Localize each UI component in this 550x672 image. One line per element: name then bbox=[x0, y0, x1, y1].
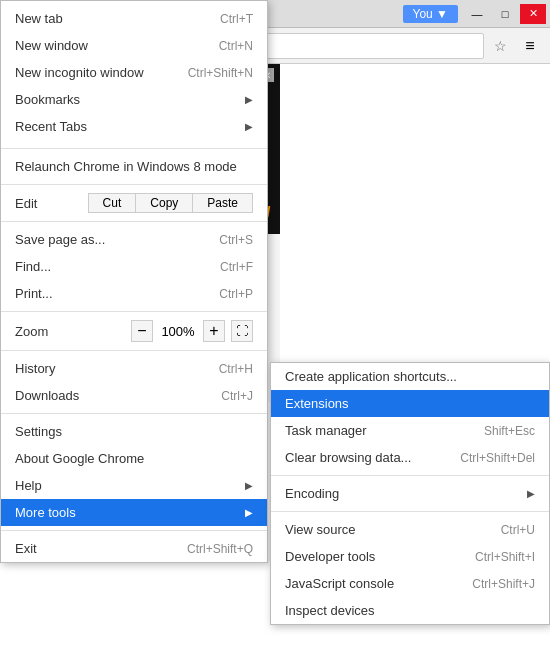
menu-label-new-tab: New tab bbox=[15, 11, 63, 26]
submenu-label-task-manager: Task manager bbox=[285, 423, 367, 438]
submenu-label-js-console: JavaScript console bbox=[285, 576, 394, 591]
menu-item-recent-tabs[interactable]: Recent Tabs ▶ bbox=[1, 113, 267, 140]
copy-button[interactable]: Copy bbox=[136, 193, 193, 213]
hamburger-menu-icon[interactable]: ≡ bbox=[516, 32, 544, 60]
menu-label-about: About Google Chrome bbox=[15, 451, 144, 466]
submenu-shortcut-clear-browsing: Ctrl+Shift+Del bbox=[460, 451, 535, 465]
minimize-button[interactable]: — bbox=[464, 4, 490, 24]
menu-item-history[interactable]: History Ctrl+H bbox=[1, 355, 267, 382]
menu-divider-4 bbox=[1, 311, 267, 312]
menu-label-incognito: New incognito window bbox=[15, 65, 144, 80]
menu-divider-3 bbox=[1, 221, 267, 222]
menu-divider-2 bbox=[1, 184, 267, 185]
submenu-shortcut-task-manager: Shift+Esc bbox=[484, 424, 535, 438]
submenu-label-encoding: Encoding bbox=[285, 486, 339, 501]
menu-label-help: Help bbox=[15, 478, 42, 493]
submenu-label-developer-tools: Developer tools bbox=[285, 549, 375, 564]
menu-item-print[interactable]: Print... Ctrl+P bbox=[1, 280, 267, 307]
close-button[interactable]: ✕ bbox=[520, 4, 546, 24]
menu-item-save-page[interactable]: Save page as... Ctrl+S bbox=[1, 226, 267, 253]
submenu-divider-2 bbox=[271, 511, 549, 512]
menu-item-new-tab[interactable]: New tab Ctrl+T bbox=[1, 5, 267, 32]
menu-divider-1 bbox=[1, 148, 267, 149]
menu-item-incognito[interactable]: New incognito window Ctrl+Shift+N bbox=[1, 59, 267, 86]
menu-item-exit[interactable]: Exit Ctrl+Shift+Q bbox=[1, 535, 267, 562]
menu-shortcut-find: Ctrl+F bbox=[220, 260, 253, 274]
edit-row: Edit Cut Copy Paste bbox=[1, 189, 267, 217]
zoom-value: 100% bbox=[159, 324, 197, 339]
menu-shortcut-save: Ctrl+S bbox=[219, 233, 253, 247]
menu-label-history: History bbox=[15, 361, 55, 376]
submenu-label-clear-browsing: Clear browsing data... bbox=[285, 450, 411, 465]
menu-shortcut-exit: Ctrl+Shift+Q bbox=[187, 542, 253, 556]
menu-item-find[interactable]: Find... Ctrl+F bbox=[1, 253, 267, 280]
menu-divider-5 bbox=[1, 350, 267, 351]
you-button[interactable]: You ▼ bbox=[403, 5, 458, 23]
menu-label-settings: Settings bbox=[15, 424, 62, 439]
zoom-in-button[interactable]: + bbox=[203, 320, 225, 342]
menu-shortcut-new-window: Ctrl+N bbox=[219, 39, 253, 53]
zoom-out-button[interactable]: − bbox=[131, 320, 153, 342]
more-tools-arrow-icon: ▶ bbox=[245, 507, 253, 518]
zoom-label: Zoom bbox=[15, 324, 125, 339]
menu-item-bookmarks[interactable]: Bookmarks ▶ bbox=[1, 86, 267, 113]
menu-shortcut-print: Ctrl+P bbox=[219, 287, 253, 301]
encoding-arrow-icon: ▶ bbox=[527, 488, 535, 499]
menu-shortcut-downloads: Ctrl+J bbox=[221, 389, 253, 403]
menu-label-find: Find... bbox=[15, 259, 51, 274]
menu-section-top: New tab Ctrl+T New window Ctrl+N New inc… bbox=[1, 1, 267, 144]
zoom-row: Zoom − 100% + ⛶ bbox=[1, 316, 267, 346]
submenu-label-create-shortcuts: Create application shortcuts... bbox=[285, 369, 457, 384]
menu-label-print: Print... bbox=[15, 286, 53, 301]
menu-label-exit: Exit bbox=[15, 541, 37, 556]
submenu-shortcut-developer-tools: Ctrl+Shift+I bbox=[475, 550, 535, 564]
more-tools-submenu: Create application shortcuts... Extensio… bbox=[270, 362, 550, 625]
menu-shortcut-incognito: Ctrl+Shift+N bbox=[188, 66, 253, 80]
submenu-label-extensions: Extensions bbox=[285, 396, 349, 411]
menu-divider-6 bbox=[1, 413, 267, 414]
menu-item-downloads[interactable]: Downloads Ctrl+J bbox=[1, 382, 267, 409]
titlebar-controls: You ▼ — □ ✕ bbox=[403, 4, 546, 24]
submenu-divider-1 bbox=[271, 475, 549, 476]
star-icon[interactable]: ☆ bbox=[488, 34, 512, 58]
menu-label-relaunch: Relaunch Chrome in Windows 8 mode bbox=[15, 159, 237, 174]
submenu-shortcut-view-source: Ctrl+U bbox=[501, 523, 535, 537]
submenu-item-developer-tools[interactable]: Developer tools Ctrl+Shift+I bbox=[271, 543, 549, 570]
menu-label-recent-tabs: Recent Tabs bbox=[15, 119, 87, 134]
menu-divider-7 bbox=[1, 530, 267, 531]
menu-item-help[interactable]: Help ▶ bbox=[1, 472, 267, 499]
recent-tabs-arrow-icon: ▶ bbox=[245, 121, 253, 132]
paste-button[interactable]: Paste bbox=[193, 193, 253, 213]
cut-button[interactable]: Cut bbox=[88, 193, 137, 213]
main-dropdown-menu: New tab Ctrl+T New window Ctrl+N New inc… bbox=[0, 0, 268, 563]
menu-label-new-window: New window bbox=[15, 38, 88, 53]
submenu-label-inspect-devices: Inspect devices bbox=[285, 603, 375, 618]
submenu-item-js-console[interactable]: JavaScript console Ctrl+Shift+J bbox=[271, 570, 549, 597]
submenu-item-encoding[interactable]: Encoding ▶ bbox=[271, 480, 549, 507]
submenu-shortcut-js-console: Ctrl+Shift+J bbox=[472, 577, 535, 591]
menu-label-more-tools: More tools bbox=[15, 505, 76, 520]
submenu-item-task-manager[interactable]: Task manager Shift+Esc bbox=[271, 417, 549, 444]
menu-shortcut-history: Ctrl+H bbox=[219, 362, 253, 376]
help-arrow-icon: ▶ bbox=[245, 480, 253, 491]
bookmarks-arrow-icon: ▶ bbox=[245, 94, 253, 105]
menu-item-settings[interactable]: Settings bbox=[1, 418, 267, 445]
fullscreen-button[interactable]: ⛶ bbox=[231, 320, 253, 342]
menu-label-bookmarks: Bookmarks bbox=[15, 92, 80, 107]
edit-label: Edit bbox=[15, 196, 88, 211]
menu-item-relaunch[interactable]: Relaunch Chrome in Windows 8 mode bbox=[1, 153, 267, 180]
menu-label-downloads: Downloads bbox=[15, 388, 79, 403]
menu-item-new-window[interactable]: New window Ctrl+N bbox=[1, 32, 267, 59]
submenu-item-inspect-devices[interactable]: Inspect devices bbox=[271, 597, 549, 624]
submenu-item-extensions[interactable]: Extensions bbox=[271, 390, 549, 417]
submenu-item-view-source[interactable]: View source Ctrl+U bbox=[271, 516, 549, 543]
submenu-item-create-shortcuts[interactable]: Create application shortcuts... bbox=[271, 363, 549, 390]
menu-label-save-page: Save page as... bbox=[15, 232, 105, 247]
menu-item-more-tools[interactable]: More tools ▶ bbox=[1, 499, 267, 526]
maximize-button[interactable]: □ bbox=[492, 4, 518, 24]
submenu-label-view-source: View source bbox=[285, 522, 356, 537]
submenu-item-clear-browsing[interactable]: Clear browsing data... Ctrl+Shift+Del bbox=[271, 444, 549, 471]
menu-shortcut-new-tab: Ctrl+T bbox=[220, 12, 253, 26]
menu-item-about[interactable]: About Google Chrome bbox=[1, 445, 267, 472]
